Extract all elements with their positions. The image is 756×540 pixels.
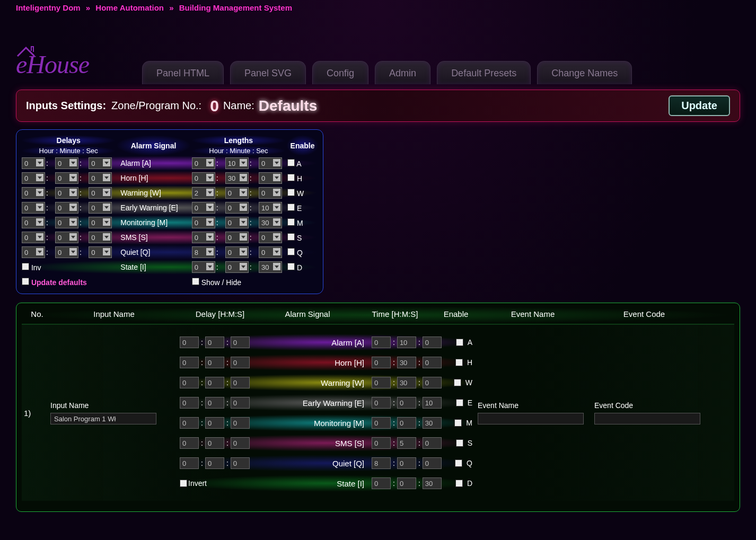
r1-d-h-4[interactable]: [180, 417, 199, 429]
delay-h-6[interactable]: 0: [22, 246, 45, 258]
r1-d-m-6[interactable]: [205, 457, 224, 469]
len-s-2[interactable]: 0: [259, 187, 282, 199]
tab-panel-svg[interactable]: Panel SVG: [230, 61, 306, 84]
r1-t-s-2[interactable]: [423, 377, 442, 388]
len-h-7[interactable]: 0: [192, 261, 215, 273]
len-h-3[interactable]: 0: [192, 202, 215, 214]
r1-en-S-checkbox[interactable]: [456, 439, 463, 447]
r1-t-s-3[interactable]: [423, 397, 442, 409]
r1-t-s-0[interactable]: [423, 337, 442, 348]
tab-panel-html[interactable]: Panel HTML: [142, 61, 224, 84]
r1-d-m-0[interactable]: [205, 337, 224, 348]
len-h-6[interactable]: 8: [192, 246, 215, 258]
delay-m-6[interactable]: 0: [55, 246, 78, 258]
update-button[interactable]: Update: [669, 95, 730, 116]
len-h-4[interactable]: 0: [192, 217, 215, 228]
r1-d-h-0[interactable]: [180, 337, 199, 348]
enable-D-checkbox[interactable]: [287, 263, 295, 270]
r1-en-A-checkbox[interactable]: [456, 339, 463, 346]
show-hide-checkbox[interactable]: [192, 278, 199, 285]
r1-d-h-3[interactable]: [180, 397, 199, 409]
r1-d-m-1[interactable]: [205, 357, 224, 368]
input-name-field[interactable]: [50, 413, 156, 424]
r1-t-m-6[interactable]: [397, 457, 416, 469]
len-h-0[interactable]: 0: [192, 157, 215, 169]
tab-change-names[interactable]: Change Names: [537, 61, 632, 84]
delay-s-0[interactable]: 0: [89, 157, 112, 169]
update-defaults-checkbox[interactable]: [22, 278, 29, 285]
tab-config[interactable]: Config: [312, 61, 368, 84]
r1-d-s-5[interactable]: [231, 437, 250, 449]
delay-m-4[interactable]: 0: [55, 217, 78, 228]
delay-h-5[interactable]: 0: [22, 232, 45, 243]
len-s-7[interactable]: 30: [259, 261, 282, 273]
r1-d-m-4[interactable]: [205, 417, 224, 429]
len-s-0[interactable]: 0: [259, 157, 282, 169]
delay-h-1[interactable]: 0: [22, 172, 45, 184]
r1-t-m-2[interactable]: [397, 377, 416, 388]
r1-d-s-4[interactable]: [231, 417, 250, 429]
r1-t-m-3[interactable]: [397, 397, 416, 409]
len-h-5[interactable]: 0: [192, 232, 215, 243]
r1-d-s-0[interactable]: [231, 337, 250, 348]
r1-d-h-5[interactable]: [180, 437, 199, 449]
r1-t-m-4[interactable]: [397, 417, 416, 429]
len-h-1[interactable]: 0: [192, 172, 215, 184]
len-s-4[interactable]: 30: [259, 217, 282, 228]
r1-t-m-1[interactable]: [397, 357, 416, 368]
inv-checkbox[interactable]: [22, 263, 29, 270]
r1-d-s-2[interactable]: [231, 377, 250, 388]
r1-t-h-1[interactable]: [372, 357, 391, 368]
len-h-2[interactable]: 2: [192, 187, 215, 199]
r1-t-h-2[interactable]: [372, 377, 391, 388]
delay-m-2[interactable]: 0: [55, 187, 78, 199]
r1-t-h-0[interactable]: [372, 337, 391, 348]
r1-t-h-7[interactable]: [372, 477, 391, 489]
r1-en-H-checkbox[interactable]: [455, 359, 463, 366]
r1-t-h-5[interactable]: [372, 437, 391, 449]
r1-d-m-5[interactable]: [205, 437, 224, 449]
delay-h-0[interactable]: 0: [22, 157, 45, 169]
r1-t-m-5[interactable]: [397, 437, 416, 449]
invert-checkbox[interactable]: [180, 480, 187, 487]
delay-s-5[interactable]: 0: [89, 232, 112, 243]
enable-W-checkbox[interactable]: [287, 189, 295, 196]
len-s-1[interactable]: 0: [259, 172, 282, 184]
delay-s-4[interactable]: 0: [89, 217, 112, 228]
delay-h-3[interactable]: 0: [22, 202, 45, 214]
r1-t-s-1[interactable]: [423, 357, 442, 368]
r1-d-m-3[interactable]: [205, 397, 224, 409]
r1-t-s-6[interactable]: [423, 457, 442, 469]
tab-admin[interactable]: Admin: [375, 61, 430, 84]
len-m-7[interactable]: 0: [225, 261, 249, 273]
len-m-2[interactable]: 0: [225, 187, 249, 199]
delay-s-6[interactable]: 0: [89, 246, 112, 258]
r1-en-Q-checkbox[interactable]: [455, 459, 462, 467]
delay-h-4[interactable]: 0: [22, 217, 45, 228]
r1-en-E-checkbox[interactable]: [456, 399, 463, 406]
r1-t-m-0[interactable]: [397, 337, 416, 348]
r1-t-h-3[interactable]: [372, 397, 391, 409]
len-s-5[interactable]: 0: [259, 232, 282, 243]
len-m-3[interactable]: 0: [225, 202, 249, 214]
breadcrumb-link-1[interactable]: Inteligentny Dom: [16, 3, 81, 12]
enable-A-checkbox[interactable]: [287, 159, 295, 166]
r1-d-h-2[interactable]: [180, 377, 199, 388]
delay-m-5[interactable]: 0: [55, 232, 78, 243]
delay-m-0[interactable]: 0: [55, 157, 78, 169]
len-s-6[interactable]: 0: [259, 246, 282, 258]
len-m-6[interactable]: 0: [225, 246, 249, 258]
r1-d-s-3[interactable]: [231, 397, 250, 409]
tab-default-presets[interactable]: Default Presets: [437, 61, 531, 84]
r1-t-s-5[interactable]: [423, 437, 442, 449]
r1-en-W-checkbox[interactable]: [454, 379, 461, 386]
r1-d-h-6[interactable]: [180, 457, 199, 469]
r1-en-M-checkbox[interactable]: [454, 419, 462, 427]
len-s-3[interactable]: 10: [259, 202, 282, 214]
r1-t-m-7[interactable]: [397, 477, 416, 489]
delay-s-1[interactable]: 0: [89, 172, 112, 184]
breadcrumb-link-2[interactable]: Home Automation: [95, 3, 164, 12]
len-m-5[interactable]: 0: [225, 232, 249, 243]
r1-d-h-1[interactable]: [180, 357, 199, 368]
delay-m-3[interactable]: 0: [55, 202, 78, 214]
